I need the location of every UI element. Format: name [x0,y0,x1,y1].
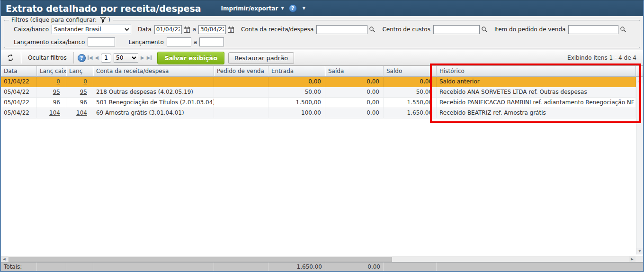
conta-receita-despesa-input[interactable] [316,25,367,34]
table-row[interactable]: 01/04/22 0 0 0,00 0,00 0,00 Saldo anteri… [1,77,636,87]
cell-conta: 218 Outras despesas (4.02.05.19) [93,87,214,97]
cell-historico: Recebido BEATRIZ ref. Amostra grátis [437,108,636,118]
calendar-icon[interactable]: 8 [183,26,190,33]
cell-lanc: 95 [66,87,93,97]
cell-data: 05/04/22 [1,98,37,108]
vertical-scrollbar[interactable]: ▲ ▼ [636,77,643,254]
lanc-link[interactable]: 104 [76,109,87,116]
search-icon[interactable] [620,26,626,33]
help-icon[interactable]: ? [289,4,297,12]
column-header-saldo[interactable]: Saldo [384,66,437,77]
column-header-saida[interactable]: Saída [325,66,384,77]
centro-custos-input[interactable] [433,25,480,34]
centro-custos-label: Centro de custos [382,26,430,33]
scroll-left-icon[interactable]: ◀ [1,256,8,262]
caixa-banco-label: Caixa/banco [14,26,49,33]
cell-historico: Recebido PANIFICACAO BAMBINI ref. adiant… [437,98,636,108]
last-page-button[interactable]: ▶ [147,55,152,60]
cell-entrada: 1.500,00 [268,98,325,108]
lancamento-final-input[interactable] [199,37,224,46]
cell-data: 05/04/22 [1,87,37,97]
data-final-input[interactable] [198,25,226,34]
column-header-lanc[interactable]: Lanç [66,66,93,77]
column-header-data[interactable]: Data [1,66,37,77]
help-icon[interactable]: ? [78,54,86,62]
restaurar-padrao-button[interactable]: Restaurar padrão [228,52,294,64]
lanc-caixa-link[interactable]: 96 [53,99,60,106]
totals-empty [437,263,643,271]
filters-legend-close: ) [108,17,110,23]
refresh-button[interactable] [3,53,18,63]
lanc-caixa-link[interactable]: 0 [56,78,60,85]
cell-entrada: 100,00 [268,108,325,118]
print-export-label: Imprimir/exportar [221,5,278,12]
scroll-right-icon[interactable]: ▶ [629,256,635,262]
scroll-up-icon[interactable]: ▲ [636,77,643,83]
data-conjunction: a [193,26,196,33]
cell-data: 01/04/22 [1,77,37,87]
table-row[interactable]: 05/04/22 95 95 218 Outras despesas (4.02… [1,87,636,98]
grid-header-row: Data Lanç caixa Lanç Conta da receita/de… [1,66,643,77]
data-inicial-input[interactable] [154,25,182,34]
lancamento-inicial-input[interactable] [167,37,191,46]
horizontal-scrollbar-thumb[interactable] [9,257,392,262]
prev-page-button[interactable]: ◀ [95,55,98,60]
item-pedido-venda-input[interactable] [568,25,618,34]
horizontal-scrollbar[interactable]: ◀ ▶ [1,256,643,262]
column-header-conta[interactable]: Conta da receita/despesa [93,66,214,77]
cell-lanc-caixa: 96 [37,98,66,108]
lancamento-conjunction: a [194,39,197,45]
pagination: ◀ ◀ 50 ▶ ▶ [88,53,152,63]
cell-saldo: 50,00 [384,87,437,97]
lancamento-caixa-banco-input[interactable] [88,37,115,46]
cell-saldo: 1.650,00 [384,108,437,118]
page-size-select[interactable]: 50 [114,53,138,63]
cell-pedido [214,87,268,97]
lanc-link[interactable]: 96 [80,99,87,106]
app-window: Extrato detalhado por receita/despesa Im… [0,0,644,272]
filters-legend-text: Filtros (clique para configurar: [11,17,97,23]
column-header-entrada[interactable]: Entrada [268,66,325,77]
column-header-historico[interactable]: Histórico [437,66,636,77]
totals-row: Totais: 1.650,00 0,00 [1,262,643,271]
toolbar-separator [73,52,74,63]
scroll-down-icon[interactable]: ▼ [636,248,643,254]
cell-pedido [214,98,268,108]
chevron-down-icon: ▼ [281,7,284,10]
next-page-button[interactable]: ▶ [141,55,144,60]
filters-legend[interactable]: Filtros (clique para configurar: ) [9,17,113,23]
cell-conta: 69 Amostra grátis (3.01.04.01) [93,108,214,118]
cell-saida: 0,00 [325,108,384,118]
refresh-icon [7,54,14,62]
cell-historico: Saldo anterior [437,77,636,87]
cell-lanc: 96 [66,98,93,108]
calendar-icon[interactable]: 8 [227,26,234,33]
lanc-link[interactable]: 0 [83,78,87,85]
column-header-lanc-caixa[interactable]: Lanç caixa [37,66,66,77]
cell-entrada: 50,00 [268,87,325,97]
lancamento-label: Lançamento [128,39,163,45]
totals-empty [384,263,437,271]
print-export-menu[interactable]: Imprimir/exportar ▼ [221,5,284,12]
cell-historico: Recebido ANA SORVETES LTDA ref. Outras d… [437,87,636,97]
table-row[interactable]: 05/04/22 96 96 501 Renegociação de Títul… [1,98,636,108]
grid-toolbar: Ocultar filtros ? ◀ ◀ 50 ▶ ▶ Salvar exib… [1,50,643,66]
funnel-icon [100,17,106,23]
lanc-link[interactable]: 95 [80,89,87,95]
chevron-down-icon[interactable]: ▼ [303,7,305,10]
search-icon[interactable] [369,26,376,33]
first-page-button[interactable]: ◀ [88,55,93,60]
ocultar-filtros-button[interactable]: Ocultar filtros [24,53,71,63]
table-row[interactable]: 05/04/22 104 104 69 Amostra grátis (3.01… [1,108,636,118]
lanc-caixa-link[interactable]: 104 [49,109,60,116]
lanc-caixa-link[interactable]: 95 [53,89,60,95]
caixa-banco-select[interactable]: Santander Brasil [52,25,131,34]
column-header-pedido[interactable]: Pedido de venda [214,66,268,77]
salvar-exibicao-button[interactable]: Salvar exibição [157,52,224,64]
totals-empty [37,263,66,271]
cell-pedido [214,108,268,118]
totals-entrada: 1.650,00 [268,263,325,271]
page-number-input[interactable] [101,54,111,63]
cell-saldo: 1.550,00 [384,98,437,108]
search-icon[interactable] [481,26,488,33]
